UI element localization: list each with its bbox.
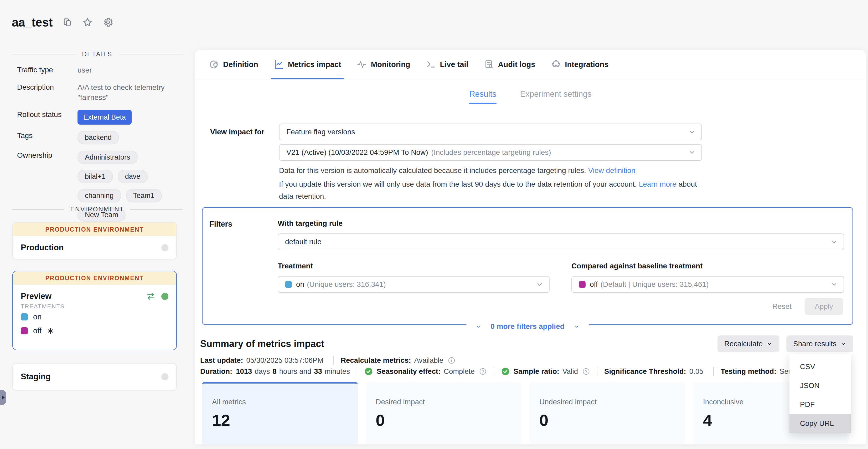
metric-card-undesired-impact[interactable]: Undesired impact 0 (529, 382, 685, 444)
reset-button[interactable]: Reset (772, 302, 792, 311)
env-card-staging[interactable]: Staging (12, 363, 177, 391)
env-card-production[interactable]: PRODUCTION ENVIRONMENT Production (12, 222, 177, 260)
tab-label: Monitoring (371, 60, 410, 69)
tab-label: Definition (223, 60, 258, 69)
duration-days-unit: days (254, 367, 270, 376)
treatment-off-swatch (21, 327, 28, 334)
sample-ratio-label: Sample ratio: (514, 367, 559, 376)
metric-card-all-metrics[interactable]: All metrics 12 (202, 382, 358, 444)
status-dot-gray (161, 373, 168, 380)
share-menu-item-pdf[interactable]: PDF (789, 395, 851, 414)
gear-icon[interactable] (102, 17, 114, 28)
default-treatment-asterisk-icon (47, 327, 54, 335)
tags-row: Tags backend (17, 131, 180, 144)
env-card-preview[interactable]: PRODUCTION ENVIRONMENT Preview TREATMENT… (12, 271, 177, 350)
impact-type-value: Feature flag versions (286, 128, 355, 136)
baseline-select[interactable]: off (Default | Unique users: 315,461) (571, 276, 844, 293)
subtab-results[interactable]: Results (469, 89, 496, 104)
definition-icon (209, 59, 219, 70)
share-menu-item-copy-url[interactable]: Copy URL (789, 414, 851, 433)
check-circle-icon (364, 367, 373, 376)
apply-button[interactable]: Apply (805, 298, 843, 315)
tab-audit-logs[interactable]: Audit logs (484, 50, 535, 79)
version-note: (Includes percentage targeting rules) (431, 148, 551, 157)
owner-pill[interactable]: bilal+1 (78, 170, 113, 183)
summary-status: Last update: 05/30/2025 03:57:06PM Recal… (200, 355, 856, 377)
chevron-down-icon (574, 323, 580, 330)
info-circle-icon[interactable] (448, 356, 456, 364)
treatment-on-swatch (21, 313, 28, 321)
share-results-button[interactable]: Share results (786, 335, 853, 352)
tag-pill[interactable]: backend (78, 131, 119, 144)
share-menu-item-json[interactable]: JSON (789, 376, 851, 395)
question-circle-icon[interactable] (582, 367, 590, 376)
duration-days: 1013 (236, 367, 252, 376)
traffic-type-row: Traffic type user (17, 65, 180, 75)
sidebar-expand-handle[interactable] (0, 390, 6, 405)
share-results-menu: CSV JSON PDF Copy URL (789, 354, 851, 433)
subtab-experiment-settings[interactable]: Experiment settings (520, 89, 592, 104)
environment-section-divider: ENVIRONMENT (12, 206, 183, 213)
tab-label: Audit logs (498, 60, 535, 69)
more-filters-toggle[interactable]: 0 more filters applied (466, 322, 589, 331)
tags-label: Tags (17, 131, 78, 144)
version-value: V21 (Active) (10/03/2022 04:59PM To Now) (286, 148, 428, 157)
rollout-status-badge[interactable]: External Beta (78, 110, 132, 125)
auto-calc-helper-text: Data for this version is automatically c… (279, 164, 702, 177)
tab-metrics-impact[interactable]: Metrics impact (274, 50, 341, 79)
chevron-down-icon (831, 281, 838, 288)
version-select[interactable]: V21 (Active) (10/03/2022 04:59PM To Now)… (279, 144, 702, 161)
status-dot-green (161, 293, 168, 300)
recalculate-metrics-label: Recalculate metrics: (341, 356, 411, 365)
learn-more-link[interactable]: Learn more (639, 180, 677, 188)
chevron-down-icon (688, 149, 696, 156)
metric-card-label: Desired impact (376, 398, 512, 406)
tab-integrations[interactable]: Integrations (550, 50, 609, 79)
tab-live-tail[interactable]: Live tail (426, 50, 468, 79)
share-menu-item-csv[interactable]: CSV (789, 357, 851, 376)
sample-ratio-value: Valid (562, 367, 578, 376)
metric-card-desired-impact[interactable]: Desired impact 0 (366, 382, 522, 444)
treatments-label: TREATMENTS (13, 303, 176, 310)
duration-label: Duration: (200, 367, 232, 376)
duration-minutes: 33 (314, 367, 322, 376)
traffic-type-value: user (78, 65, 175, 75)
treatment-select-detail: (Unique users: 316,341) (307, 280, 386, 289)
details-panel: Traffic type user Description A/A test t… (17, 65, 180, 229)
copy-icon[interactable] (62, 17, 72, 28)
tab-monitoring[interactable]: Monitoring (356, 50, 410, 79)
owner-pill[interactable]: Team1 (126, 189, 162, 202)
baseline-filter-label: Compared against baseline treatment (571, 262, 844, 270)
monitoring-pulse-icon (356, 59, 367, 70)
targeting-rule-value: default rule (285, 238, 321, 246)
metric-card-value: 0 (539, 411, 675, 429)
treatment-select[interactable]: on (Unique users: 316,341) (278, 276, 550, 293)
treatment-select-name: on (296, 280, 304, 289)
main-content-panel: Definition Metrics impact Monitoring Liv… (195, 50, 866, 444)
owner-pill[interactable]: channing (78, 189, 121, 202)
treatment-on-label: on (33, 312, 41, 321)
rollout-status-row: Rollout status External Beta (17, 110, 180, 125)
description-label: Description (17, 83, 78, 102)
owner-pill[interactable]: dave (118, 170, 148, 183)
rollout-status-label: Rollout status (17, 110, 78, 125)
owner-pill[interactable]: Administrators (78, 151, 138, 164)
recalculate-metrics-value: Available (414, 356, 443, 365)
check-circle-icon (501, 367, 510, 376)
tab-definition[interactable]: Definition (209, 50, 258, 79)
terminal-icon (426, 59, 436, 70)
treatment-on-row: on (13, 310, 176, 324)
question-circle-icon[interactable] (479, 367, 487, 376)
star-icon[interactable] (82, 17, 93, 28)
impact-type-select[interactable]: Feature flag versions (279, 124, 702, 140)
description-value: A/A test to check telemetry "fairness" (78, 83, 175, 102)
targeting-rule-select[interactable]: default rule (278, 234, 844, 250)
tab-bar: Definition Metrics impact Monitoring Liv… (195, 50, 866, 80)
baseline-select-name: off (590, 280, 598, 289)
recalculate-button[interactable]: Recalculate (717, 335, 779, 352)
filters-label: Filters (209, 219, 278, 293)
tab-label: Live tail (440, 60, 468, 69)
chevron-down-icon (831, 238, 838, 245)
view-definition-link[interactable]: View definition (588, 167, 636, 175)
swap-arrows-icon (146, 292, 156, 300)
